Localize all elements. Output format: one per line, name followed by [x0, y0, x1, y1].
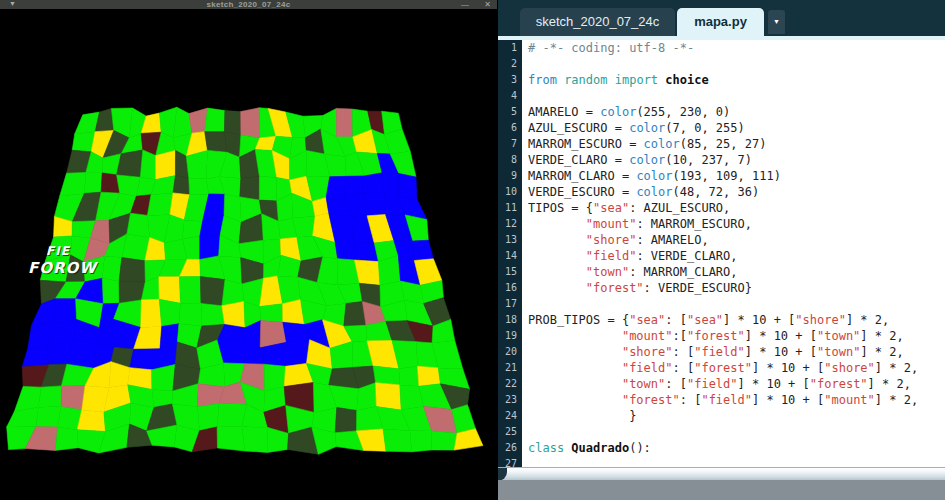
code-line: class Quadrado(): [528, 440, 945, 456]
map-overlay-label: FIE [46, 244, 70, 258]
line-number: 23 [498, 392, 517, 408]
code-line [528, 88, 945, 104]
line-number: 4 [498, 88, 517, 104]
sketch-titlebar[interactable]: ▼ sketch_2020_07_24c — ✕ [0, 0, 497, 9]
code-line: MARROM_ESCURO = color(85, 25, 27) [528, 136, 945, 152]
line-number: 1 [498, 40, 517, 56]
editor-body: 1234567891011121314151617181920212223242… [498, 40, 945, 467]
code-line: PROB_TIPOS = {"sea": ["sea"] * 10 + ["sh… [528, 312, 945, 328]
line-number: 17 [498, 296, 517, 312]
code-line: "field": VERDE_CLARO, [528, 248, 945, 264]
line-number: 6 [498, 120, 517, 136]
line-number: 20 [498, 344, 517, 360]
code-line: VERDE_CLARO = color(10, 237, 7) [528, 152, 945, 168]
code-line: "forest": VERDE_ESCURO} [528, 280, 945, 296]
line-number: 12 [498, 216, 517, 232]
sketch-window: ▼ sketch_2020_07_24c — ✕ FIE FOROW [0, 0, 497, 500]
minimize-icon[interactable]: — [461, 0, 469, 9]
code-line [528, 424, 945, 440]
tab-mapa-py[interactable]: mapa.py [677, 8, 764, 36]
code-line: "town": MARROM_CLARO, [528, 264, 945, 280]
code-line [528, 456, 945, 467]
terrain-canvas [0, 9, 497, 500]
line-number: 24 [498, 408, 517, 424]
tab-bar: sketch_2020_07_24c mapa.py ▼ [498, 0, 945, 36]
line-number: 16 [498, 280, 517, 296]
code-line: # -*- coding: utf-8 -*- [528, 40, 945, 56]
line-number: 11 [498, 200, 517, 216]
code-line: "field": ["forest"] * 10 + ["shore"] * 2… [528, 360, 945, 376]
code-line: "mount":["forest"] * 10 + ["town"] * 2, [528, 328, 945, 344]
code-line: "forest": ["field"] * 10 + ["mount"] * 2… [528, 392, 945, 408]
code-line: "town": ["field"] * 10 + ["forest"] * 2, [528, 376, 945, 392]
code-area[interactable]: # -*- coding: utf-8 -*-from random impor… [522, 40, 945, 467]
editor-window: sketch_2020_07_24c mapa.py ▼ 12345678910… [498, 0, 945, 500]
map-overlay-label: FOROW [28, 259, 97, 277]
chevron-down-icon: ▼ [773, 18, 780, 25]
line-number: 10 [498, 184, 517, 200]
line-number: 9 [498, 168, 517, 184]
line-number: 5 [498, 104, 517, 120]
code-line: "shore": AMARELO, [528, 232, 945, 248]
code-line: AZUL_ESCURO = color(7, 0, 255) [528, 120, 945, 136]
line-number: 7 [498, 136, 517, 152]
sketch-window-title: sketch_2020_07_24c [0, 0, 497, 9]
console-area [498, 480, 945, 500]
line-number: 14 [498, 248, 517, 264]
horizontal-scrollbar[interactable] [498, 467, 945, 480]
editor-gutter: 1234567891011121314151617181920212223242… [498, 40, 522, 467]
code-line: } [528, 408, 945, 424]
tab-dropdown-button[interactable]: ▼ [768, 10, 785, 34]
line-number: 22 [498, 376, 517, 392]
code-line [528, 296, 945, 312]
line-number: 18 [498, 312, 517, 328]
line-number: 15 [498, 264, 517, 280]
close-icon[interactable]: ✕ [484, 0, 491, 9]
line-number: 8 [498, 152, 517, 168]
code-line: "shore": ["field"] * 10 + ["town"] * 2, [528, 344, 945, 360]
code-line: MARROM_CLARO = color(193, 109, 111) [528, 168, 945, 184]
line-number: 27 [498, 456, 517, 467]
code-line: VERDE_ESCURO = color(48, 72, 36) [528, 184, 945, 200]
code-line: AMARELO = color(255, 230, 0) [528, 104, 945, 120]
line-number: 13 [498, 232, 517, 248]
line-number: 26 [498, 440, 517, 456]
line-number: 21 [498, 360, 517, 376]
code-line: from random import choice [528, 72, 945, 88]
line-number: 19 [498, 328, 517, 344]
line-number: 2 [498, 56, 517, 72]
code-line: "mount": MARROM_ESCURO, [528, 216, 945, 232]
tab-sketch-2020-07-24c[interactable]: sketch_2020_07_24c [520, 8, 675, 36]
line-number: 25 [498, 424, 517, 440]
code-line [528, 56, 945, 72]
code-line: TIPOS = {"sea": AZUL_ESCURO, [528, 200, 945, 216]
screen: { "left_window": { "title": "sketch_2020… [0, 0, 945, 500]
line-number: 3 [498, 72, 517, 88]
